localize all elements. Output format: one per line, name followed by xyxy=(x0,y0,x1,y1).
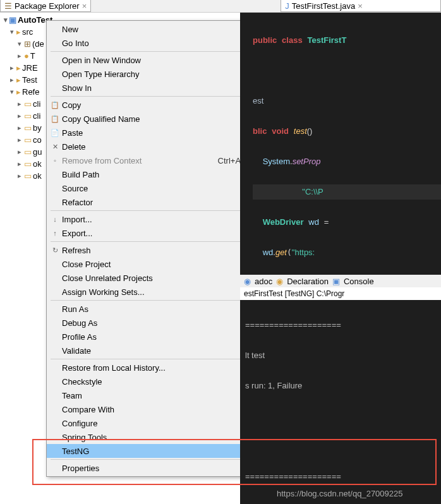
tab-declaration[interactable]: Declaration xyxy=(287,277,329,286)
expand-icon[interactable]: ▸ xyxy=(16,124,23,132)
menu-item-label: Properties xyxy=(62,464,258,473)
tree-project-root[interactable]: ▾ ▣ AutoTest xyxy=(0,14,51,26)
cls-icon: ● xyxy=(24,51,29,61)
watermark: https://blog.csdn.net/qq_27009225 xyxy=(277,489,403,498)
jar-icon: ▭ xyxy=(24,159,32,169)
package-explorer-title: Package Explorer xyxy=(15,1,80,11)
tree-label: src xyxy=(22,27,33,37)
expand-icon[interactable]: ▾ xyxy=(4,16,8,24)
menu-item-label: Source xyxy=(62,184,251,193)
expand-icon[interactable]: ▾ xyxy=(9,28,15,36)
project-tree[interactable]: ▾ ▣ AutoTest ▾▸src▾⊞(de▸●T▸▸JRE▸▸Test▾▸R… xyxy=(0,13,51,183)
tree-label: JRE xyxy=(22,63,38,73)
tree-label: Test xyxy=(22,75,37,85)
tree-label: co xyxy=(33,135,42,145)
folder-icon: ▸ xyxy=(16,63,21,73)
tree-item[interactable]: ▸▭co xyxy=(0,134,51,146)
menu-item-icon: 📋 xyxy=(48,115,62,123)
menu-item-label: Paste xyxy=(62,128,269,138)
jar-icon: ▭ xyxy=(24,99,32,109)
jar-icon: ▭ xyxy=(24,111,32,121)
tab-console[interactable]: Console xyxy=(344,277,374,286)
expand-icon[interactable]: ▸ xyxy=(16,172,23,180)
package-icon: ☰ xyxy=(4,1,12,11)
jar-icon: ▭ xyxy=(24,135,32,145)
tree-label: cli xyxy=(33,99,40,109)
folder-icon: ▸ xyxy=(16,75,21,85)
tab-javadoc[interactable]: adoc xyxy=(255,277,272,286)
tree-label: gu xyxy=(33,147,42,157)
tree-item[interactable]: ▾⊞(de xyxy=(0,38,51,50)
bottom-tabs[interactable]: ◉adoc ◉Declaration ▣Console xyxy=(240,275,441,287)
tree-item[interactable]: ▸▸Test xyxy=(0,74,51,86)
declaration-icon: ◉ xyxy=(276,277,283,286)
tree-item[interactable]: ▸▭cli xyxy=(0,98,51,110)
tree-label: Refe xyxy=(22,87,39,97)
tree-item[interactable]: ▸▭gu xyxy=(0,146,51,158)
package-explorer-tab[interactable]: ☰ Package Explorer × xyxy=(0,0,91,12)
javadoc-icon: ◉ xyxy=(244,277,251,286)
tree-item[interactable]: ▾▸src xyxy=(0,26,51,38)
expand-icon[interactable]: ▸ xyxy=(16,100,23,108)
tree-label: (de xyxy=(32,39,44,49)
menu-item-icon: ↓ xyxy=(48,215,62,223)
console-icon: ▣ xyxy=(332,277,340,286)
menu-item-icon: 📄 xyxy=(48,129,62,137)
tree-item[interactable]: ▸▭by xyxy=(0,122,51,134)
editor-tab[interactable]: J TestFirstTest.java × xyxy=(281,0,441,12)
tree-label: ok xyxy=(33,159,42,169)
tree-item[interactable]: ▸●T xyxy=(0,50,51,62)
menu-item-label: Show In xyxy=(62,83,248,93)
expand-icon[interactable]: ▸ xyxy=(16,52,23,60)
jar-icon: ▭ xyxy=(24,123,32,133)
jar-icon: ▭ xyxy=(24,171,32,181)
tree-label: ok xyxy=(33,171,42,181)
tree-label: T xyxy=(30,51,35,61)
menu-item-icon: ✕ xyxy=(48,143,62,151)
project-icon: ▣ xyxy=(9,15,16,25)
expand-icon[interactable]: ▸ xyxy=(9,64,15,72)
expand-icon[interactable]: ▸ xyxy=(16,112,23,120)
menu-item-icon: ↻ xyxy=(48,246,62,255)
console-output[interactable]: ==================== lt test s run: 1, F… xyxy=(240,300,441,504)
tree-label: by xyxy=(33,123,42,133)
menu-item-label: Remove from Context xyxy=(62,156,218,165)
tree-item[interactable]: ▸▭ok xyxy=(0,170,51,182)
expand-icon[interactable]: ▸ xyxy=(16,136,23,144)
jar-icon: ▭ xyxy=(24,147,32,157)
tree-item[interactable]: ▾▸Refe xyxy=(0,86,51,98)
expand-icon[interactable]: ▾ xyxy=(9,88,15,96)
folder-icon: ▸ xyxy=(16,87,21,97)
close-icon[interactable]: × xyxy=(358,1,363,11)
menu-item-label: Copy xyxy=(62,100,269,110)
tree-item[interactable]: ▸▭ok xyxy=(0,158,51,170)
folder-icon: ▸ xyxy=(16,27,21,37)
menu-item-icon: ↑ xyxy=(48,229,62,237)
expand-icon[interactable]: ▸ xyxy=(16,160,23,168)
tree-item[interactable]: ▸▸JRE xyxy=(0,62,51,74)
pkg-icon: ⊞ xyxy=(24,39,31,49)
menu-item-label: Refactor xyxy=(62,198,251,207)
editor-tab-label: TestFirstTest.java xyxy=(292,1,355,11)
console-status: estFirstTest [TestNG] C:\Progr xyxy=(240,287,441,300)
menu-item-label: Delete xyxy=(62,142,268,152)
expand-icon[interactable]: ▾ xyxy=(16,40,23,48)
menu-item-icon: ◦ xyxy=(48,157,62,164)
tree-label: cli xyxy=(33,111,40,121)
tree-item[interactable]: ▸▭cli xyxy=(0,110,51,122)
close-icon[interactable]: × xyxy=(82,1,87,11)
menu-item-icon: 📋 xyxy=(48,101,62,109)
expand-icon[interactable]: ▸ xyxy=(16,148,23,156)
java-file-icon: J xyxy=(285,1,289,11)
code-editor[interactable]: public class TestFirstT est blic void te… xyxy=(240,13,441,275)
expand-icon[interactable]: ▸ xyxy=(9,76,15,84)
